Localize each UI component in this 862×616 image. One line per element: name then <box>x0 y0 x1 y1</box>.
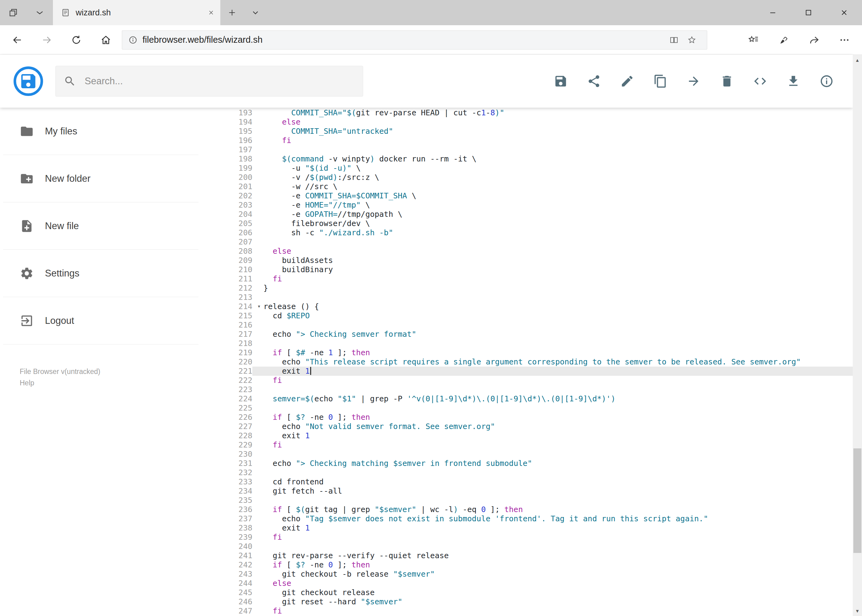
line-number[interactable]: 215 <box>216 311 252 321</box>
code-line-226[interactable]: 226 if [ $? -ne 0 ]; then <box>216 413 853 422</box>
set-tabs-aside-icon[interactable] <box>0 0 27 25</box>
line-number[interactable]: 241 <box>216 551 252 560</box>
code-line-240[interactable]: 240 <box>216 542 853 551</box>
code-line-202[interactable]: 202 -e COMMIT_SHA=$COMMIT_SHA \ <box>216 191 853 201</box>
web-note-pen-icon[interactable] <box>769 25 799 55</box>
code-line-text[interactable]: cd frontend <box>252 477 853 487</box>
code-line-194[interactable]: 194 else <box>216 118 853 127</box>
line-number[interactable]: 227 <box>216 422 252 431</box>
line-number[interactable]: 228 <box>216 431 252 440</box>
sidebar-item-new-folder[interactable]: New folder <box>3 155 199 202</box>
code-line-text[interactable]: echo "> Checking semver format" <box>252 330 853 339</box>
sidebar-item-my-files[interactable]: My files <box>3 108 199 155</box>
code-line-text[interactable]: echo "> Checking matching $semver in fro… <box>252 459 853 468</box>
code-line-text[interactable]: fi <box>252 274 853 284</box>
code-line-207[interactable]: 207 <box>216 237 853 247</box>
code-line-text[interactable] <box>252 468 853 477</box>
code-line-216[interactable]: 216 <box>216 321 853 330</box>
move-button[interactable] <box>687 74 701 88</box>
code-line-217[interactable]: 217 echo "> Checking semver format" <box>216 330 853 339</box>
code-line-237[interactable]: 237 echo "Tag $semver does not exist in … <box>216 514 853 523</box>
window-close-button[interactable] <box>826 0 862 25</box>
line-number[interactable]: 235 <box>216 496 252 505</box>
favorite-star-icon[interactable] <box>683 35 701 45</box>
code-line-195[interactable]: 195 COMMIT_SHA="untracked" <box>216 127 853 136</box>
code-line-227[interactable]: 227 echo "Not valid semver format. See s… <box>216 422 853 431</box>
line-number[interactable]: 208 <box>216 247 252 256</box>
delete-button[interactable] <box>720 74 734 88</box>
code-line-text[interactable]: fi <box>252 376 853 385</box>
line-number[interactable]: 222 <box>216 376 252 385</box>
code-line-219[interactable]: 219 if [ $# -ne 1 ]; then <box>216 348 853 357</box>
code-line-text[interactable]: buildBinary <box>252 265 853 274</box>
line-number[interactable]: 240 <box>216 542 252 551</box>
line-number[interactable]: 221 <box>216 366 252 376</box>
browser-tab[interactable]: wizard.sh <box>53 0 221 25</box>
code-line-234[interactable]: 234 git fetch --all <box>216 487 853 496</box>
code-line-221[interactable]: 221 exit 1 <box>216 366 853 376</box>
code-line-text[interactable]: fi <box>252 607 853 616</box>
code-line-220[interactable]: 220 echo "This release script requires a… <box>216 357 853 366</box>
line-number[interactable]: 246 <box>216 597 252 607</box>
share-button[interactable] <box>587 74 601 88</box>
code-line-218[interactable]: 218 <box>216 339 853 348</box>
line-number[interactable]: 244 <box>216 579 252 588</box>
search-input[interactable] <box>84 75 359 87</box>
code-line-text[interactable]: git checkout -b release "$semver" <box>252 570 853 579</box>
line-number[interactable]: 245 <box>216 588 252 597</box>
code-line-text[interactable]: -w //src \ <box>252 182 853 191</box>
reading-view-icon[interactable] <box>665 35 683 45</box>
code-line-224[interactable]: 224 semver=$(echo "$1" | grep -P '^v(0|[… <box>216 394 853 404</box>
code-line-text[interactable] <box>252 339 853 348</box>
refresh-icon[interactable] <box>61 25 91 55</box>
code-line-198[interactable]: 198 $(command -v winpty) docker run --rm… <box>216 154 853 163</box>
code-line-text[interactable]: fi <box>252 440 853 449</box>
tab-preview-chevron-icon[interactable] <box>27 0 53 25</box>
code-line-241[interactable]: 241 git rev-parse --verify --quiet relea… <box>216 551 853 560</box>
code-line-210[interactable]: 210 buildBinary <box>216 265 853 274</box>
code-line-196[interactable]: 196 fi <box>216 136 853 145</box>
window-minimize-button[interactable] <box>755 0 791 25</box>
code-line-204[interactable]: 204 -e GOPATH=//tmp/gopath \ <box>216 210 853 219</box>
code-line-231[interactable]: 231 echo "> Checking matching $semver in… <box>216 459 853 468</box>
line-number[interactable]: 214▾ <box>216 302 252 311</box>
back-icon[interactable] <box>2 25 32 55</box>
code-line-text[interactable]: exit 1 <box>252 366 853 376</box>
download-button[interactable] <box>786 74 801 88</box>
line-number[interactable]: 219 <box>216 348 252 357</box>
line-number[interactable]: 206 <box>216 228 252 237</box>
code-line-text[interactable]: release () { <box>252 302 853 311</box>
share-page-icon[interactable] <box>799 25 829 55</box>
line-number[interactable]: 232 <box>216 468 252 477</box>
code-line-text[interactable]: fi <box>252 533 853 542</box>
code-line-text[interactable]: echo "Not valid semver format. See semve… <box>252 422 853 431</box>
code-line-text[interactable]: cd $REPO <box>252 311 853 321</box>
rename-button[interactable] <box>620 74 634 88</box>
code-line-245[interactable]: 245 git checkout release <box>216 588 853 597</box>
code-line-text[interactable]: git fetch --all <box>252 487 853 496</box>
line-number[interactable]: 230 <box>216 449 252 459</box>
line-number[interactable]: 216 <box>216 321 252 330</box>
raw-button[interactable] <box>753 74 767 88</box>
line-number[interactable]: 207 <box>216 237 252 247</box>
line-number[interactable]: 194 <box>216 118 252 127</box>
code-line-206[interactable]: 206 sh -c "./wizard.sh -b" <box>216 228 853 237</box>
page-scrollbar[interactable]: ▲ ▼ <box>853 55 862 616</box>
code-line-text[interactable]: COMMIT_SHA="$(git rev-parse HEAD | cut -… <box>252 108 853 118</box>
line-number[interactable]: 211 <box>216 274 252 284</box>
info-button[interactable] <box>819 74 834 88</box>
code-line-text[interactable] <box>252 237 853 247</box>
code-line-242[interactable]: 242 if [ $? -ne 0 ]; then <box>216 560 853 570</box>
line-number[interactable]: 201 <box>216 182 252 191</box>
code-line-233[interactable]: 233 cd frontend <box>216 477 853 487</box>
code-line-text[interactable]: COMMIT_SHA="untracked" <box>252 127 853 136</box>
line-number[interactable]: 239 <box>216 533 252 542</box>
home-icon[interactable] <box>91 25 121 55</box>
line-number[interactable]: 226 <box>216 413 252 422</box>
window-maximize-button[interactable] <box>791 0 826 25</box>
sidebar-item-new-file[interactable]: New file <box>3 202 199 250</box>
line-number[interactable]: 229 <box>216 440 252 449</box>
code-line-text[interactable] <box>252 321 853 330</box>
code-line-197[interactable]: 197 <box>216 145 853 154</box>
code-line-text[interactable]: fi <box>252 136 853 145</box>
